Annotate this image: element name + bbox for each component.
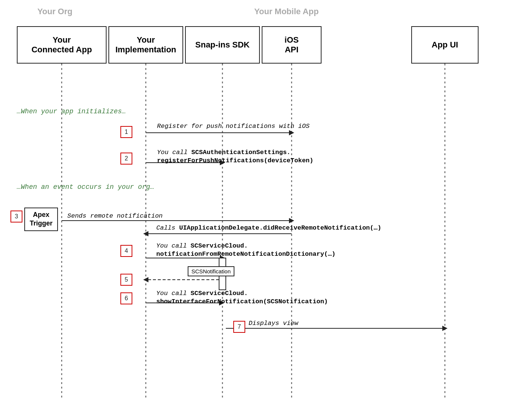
step6-line2: showInterfaceForNotification(SCSNotifica… [156,298,328,305]
displays-view-label: Displays view [249,320,298,327]
col-implementation: YourImplementation [108,26,183,64]
step1-label: Register for push notifications with iOS [157,123,310,130]
svg-marker-17 [143,277,148,282]
col-snapins-sdk: Snap-ins SDK [185,26,260,64]
step-5-box: 5 [120,274,132,286]
your-mobile-app-label: Your Mobile App [254,7,319,16]
col-connected-app: YourConnected App [17,26,107,64]
your-org-label: Your Org [37,7,73,16]
step-1-box: 1 [120,126,132,138]
col-ios-api: iOSAPI [262,26,322,64]
step6-line1: You call SCServiceCloud. [156,290,248,297]
col-app-ui: App UI [411,26,479,64]
when-event-label: …When an event occurs in your org… [17,183,154,191]
step-2-box: 2 [120,153,132,165]
step-7-box: 7 [233,321,245,333]
svg-marker-21 [442,326,448,331]
calls-delegate-label: Calls UIApplicationDelegate.didReceiveRe… [156,224,381,231]
step2-line1: You call SCSAuthenticationSettings. [157,149,290,156]
sends-notif-label: Sends remote notification [67,212,163,220]
apex-trigger-box: ApexTrigger [24,208,58,231]
svg-marker-10 [289,218,294,223]
scs-notification-label: SCSNotification [188,266,234,276]
step-6-box: 6 [120,292,132,304]
svg-marker-12 [143,231,148,236]
svg-marker-6 [289,130,294,135]
step-3-box: 3 [10,211,22,222]
step-4-box: 4 [120,245,132,257]
step4-line2: notificationFromRemoteNotificationDictio… [156,251,335,258]
step2-line2: registerForPushNotifications(deviceToken… [157,157,313,164]
diagram-container: Your Org Your Mobile App YourConnected A… [0,0,532,399]
when-init-label: …When your app initializes… [17,108,126,115]
step4-line1: You call SCServiceCloud. [156,242,248,249]
